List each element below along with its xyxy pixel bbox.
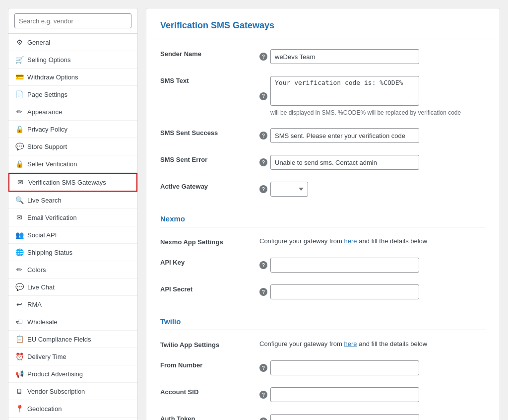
- live-search-icon: 🔍: [15, 196, 23, 204]
- sidebar-item-appearance[interactable]: ✏Appearance: [8, 103, 137, 121]
- sms-sent-success-field-row: ?: [259, 128, 486, 143]
- shipping-status-icon: 🌐: [15, 248, 23, 256]
- sidebar-item-label-verification-sms-gateways: Verification SMS Gateways: [28, 179, 129, 186]
- sidebar-item-general[interactable]: ⚙General: [8, 34, 137, 51]
- twilio-from-number-input[interactable]: [270, 360, 419, 375]
- sidebar-item-label-privacy-policy: Privacy Policy: [27, 126, 130, 133]
- email-verification-icon: ✉: [15, 213, 23, 221]
- twilio-auth-token-input[interactable]: [270, 414, 419, 420]
- twilio-here-link[interactable]: here: [344, 340, 357, 348]
- nexmo-api-secret-input[interactable]: [270, 284, 419, 299]
- colors-icon: ✏: [15, 266, 23, 274]
- sidebar-item-withdraw-options[interactable]: 💳Withdraw Options: [8, 69, 137, 86]
- active-gateway-select[interactable]: Nexmo Twilio: [270, 182, 308, 197]
- sidebar: ⚙General🛒Selling Options💳Withdraw Option…: [8, 8, 138, 420]
- twilio-auth-token-help-icon[interactable]: ?: [259, 418, 267, 420]
- sidebar-item-wholesale[interactable]: 🏷Wholesale: [8, 313, 137, 331]
- sms-sent-success-row: SMS Sent Success ?: [160, 122, 486, 149]
- sms-text-textarea[interactable]: Your verification code is: %CODE%: [270, 76, 419, 106]
- sender-name-help-icon[interactable]: ?: [259, 53, 267, 61]
- nexmo-here-link[interactable]: here: [344, 237, 357, 245]
- rma-icon: ↩: [15, 300, 23, 308]
- nexmo-api-key-help-icon[interactable]: ?: [259, 261, 267, 269]
- sms-text-help-icon[interactable]: ?: [259, 92, 267, 100]
- sidebar-item-verification-sms-gateways[interactable]: ✉Verification SMS Gateways: [8, 173, 137, 192]
- sidebar-item-product-advertising[interactable]: 📢Product Advertising: [8, 365, 137, 383]
- sidebar-item-privacy-policy[interactable]: 🔒Privacy Policy: [8, 121, 137, 138]
- active-gateway-help-icon[interactable]: ?: [259, 185, 267, 193]
- appearance-icon: ✏: [15, 108, 23, 116]
- sidebar-item-shipping-status[interactable]: 🌐Shipping Status: [8, 244, 137, 261]
- sidebar-item-page-settings[interactable]: 📄Page Settings: [8, 86, 137, 103]
- sidebar-item-label-vendor-subscription: Vendor Subscription: [27, 388, 130, 395]
- sidebar-item-label-page-settings: Page Settings: [27, 91, 130, 98]
- sidebar-search-input[interactable]: [14, 13, 131, 28]
- sidebar-item-vendor-subscription[interactable]: 🖥Vendor Subscription: [8, 383, 137, 400]
- nexmo-api-secret-field-row: ?: [259, 284, 486, 299]
- twilio-account-sid-help-icon[interactable]: ?: [259, 391, 267, 399]
- sidebar-item-label-selling-options: Selling Options: [27, 56, 130, 64]
- privacy-policy-icon: 🔒: [15, 125, 23, 133]
- sidebar-search-area: [8, 8, 137, 34]
- sidebar-item-seller-verification[interactable]: 🔒Seller Verification: [8, 155, 137, 173]
- nexmo-section-title: Nexmo: [160, 207, 486, 227]
- twilio-auth-token-field-row: ?: [259, 414, 486, 420]
- selling-options-icon: 🛒: [15, 56, 23, 64]
- twilio-form-table: Twilio App Settings Configure your gatew…: [160, 334, 486, 420]
- twilio-account-sid-input[interactable]: [270, 387, 419, 402]
- page-settings-icon: 📄: [15, 90, 23, 98]
- sidebar-item-selling-options[interactable]: 🛒Selling Options: [8, 51, 137, 69]
- delivery-time-icon: ⏰: [15, 352, 23, 360]
- twilio-app-settings-label: Twilio App Settings: [160, 334, 259, 354]
- sms-text-help: will be displayed in SMS. %CODE% will be…: [270, 109, 461, 116]
- withdraw-options-icon: 💳: [15, 73, 23, 81]
- sidebar-item-colors[interactable]: ✏Colors: [8, 261, 137, 279]
- sidebar-item-email-verification[interactable]: ✉Email Verification: [8, 209, 137, 226]
- sidebar-item-live-search[interactable]: 🔍Live Search: [8, 192, 137, 209]
- twilio-app-settings-row: Twilio App Settings Configure your gatew…: [160, 334, 486, 354]
- sms-sent-success-label: SMS Sent Success: [160, 122, 259, 149]
- nexmo-section: Nexmo Nexmo App Settings Configure your …: [160, 207, 486, 305]
- sidebar-item-label-general: General: [27, 39, 130, 46]
- twilio-auth-token-label: Auth Token: [160, 408, 259, 420]
- nexmo-api-secret-row: API Secret ?: [160, 279, 486, 305]
- top-divider: [146, 39, 500, 39]
- twilio-account-sid-label: Account SID: [160, 381, 259, 408]
- seller-verification-icon: 🔒: [15, 160, 23, 168]
- sender-name-input[interactable]: [270, 49, 419, 64]
- twilio-section: Twilio Twilio App Settings Configure you…: [160, 309, 486, 420]
- sidebar-item-label-colors: Colors: [27, 266, 130, 274]
- store-support-icon: 💬: [15, 142, 23, 150]
- live-chat-icon: 💬: [15, 283, 23, 291]
- sidebar-item-label-withdraw-options: Withdraw Options: [27, 73, 130, 81]
- nexmo-settings-desc: Configure your gateway from here and fil…: [259, 237, 427, 245]
- sidebar-item-label-live-chat: Live Chat: [27, 283, 130, 291]
- sidebar-item-delivery-time[interactable]: ⏰Delivery Time: [8, 348, 137, 365]
- nexmo-api-key-input[interactable]: [270, 258, 419, 273]
- sidebar-item-rma[interactable]: ↩RMA: [8, 296, 137, 313]
- sidebar-item-store-support[interactable]: 💬Store Support: [8, 138, 137, 155]
- sidebar-item-live-chat[interactable]: 💬Live Chat: [8, 279, 137, 296]
- nexmo-api-key-field-row: ?: [259, 258, 486, 273]
- twilio-from-number-field-row: ?: [259, 360, 486, 375]
- sidebar-item-geolocation[interactable]: 📍Geolocation: [8, 400, 137, 418]
- sidebar-item-label-product-advertising: Product Advertising: [27, 370, 130, 378]
- sms-sent-success-help-icon[interactable]: ?: [259, 132, 267, 140]
- twilio-from-number-row: From Number ?: [160, 354, 486, 381]
- sms-sent-error-help-icon[interactable]: ?: [259, 158, 267, 166]
- sms-sent-error-input[interactable]: [270, 155, 419, 170]
- twilio-from-number-help-icon[interactable]: ?: [259, 364, 267, 372]
- sidebar-item-label-wholesale: Wholesale: [27, 318, 130, 326]
- general-icon: ⚙: [15, 38, 23, 46]
- sms-sent-success-input[interactable]: [270, 128, 419, 143]
- sms-text-label: SMS Text: [160, 70, 259, 122]
- sidebar-item-eu-compliance-fields[interactable]: 📋EU Compliance Fields: [8, 331, 137, 348]
- sms-sent-error-field-row: ?: [259, 155, 486, 170]
- sidebar-item-label-email-verification: Email Verification: [27, 214, 130, 221]
- sender-name-field-row: ?: [259, 49, 486, 64]
- nexmo-app-settings-label: Nexmo App Settings: [160, 231, 259, 252]
- page-title: Verification SMS Gateways: [160, 20, 486, 31]
- nexmo-api-secret-help-icon[interactable]: ?: [259, 288, 267, 296]
- sidebar-item-label-geolocation: Geolocation: [27, 405, 130, 413]
- sidebar-item-social-api[interactable]: 👥Social API: [8, 226, 137, 244]
